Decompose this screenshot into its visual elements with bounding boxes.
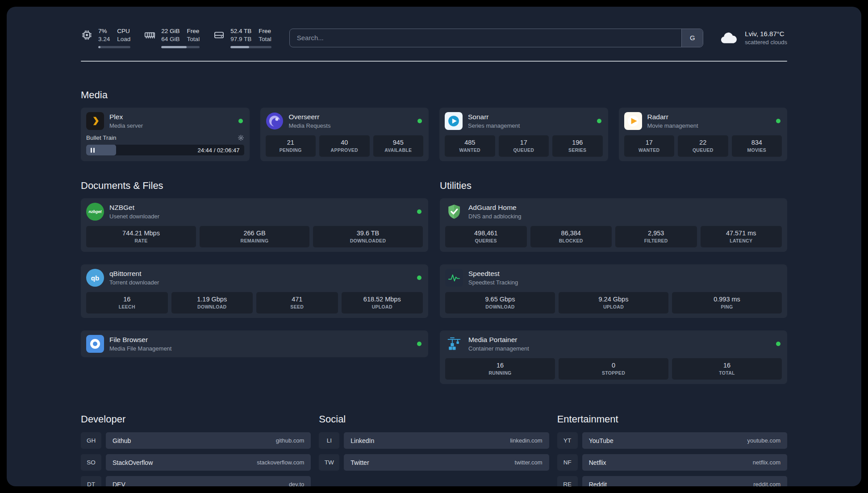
bookmark-stackoverflow[interactable]: SO StackOverflow stackoverflow.com <box>81 454 311 471</box>
portainer-icon <box>445 335 463 353</box>
stat-box: 16 RUNNING <box>445 358 555 380</box>
disk-total-value: 97.9 TB <box>230 35 251 43</box>
memory-icon <box>144 29 156 41</box>
stat-value: 945 <box>375 139 422 146</box>
stat-box: 1.19 Gbps DOWNLOAD <box>171 292 253 313</box>
stat-value: 16 <box>88 296 166 303</box>
cpu-usage-bar <box>98 46 130 48</box>
bookmark-name: StackOverflow <box>113 459 153 466</box>
stat-box: 834 MOVIES <box>732 135 782 157</box>
stat-label: WANTED <box>626 147 673 153</box>
topbar: 7% 3.24 CPU Load <box>81 27 787 48</box>
stat-box: 485 WANTED <box>445 135 495 157</box>
stat-label: LEECH <box>88 304 166 309</box>
stat-box: 22 QUEUED <box>678 135 728 157</box>
gear-icon[interactable] <box>238 134 244 141</box>
stat-value: 40 <box>321 139 368 146</box>
stat-box: 471 SEED <box>256 292 338 313</box>
bookmark-domain: github.com <box>276 437 305 444</box>
stat-box: 40 APPROVED <box>319 135 370 157</box>
stat-label: DOWNLOAD <box>447 304 553 309</box>
stat-value: 196 <box>554 139 601 146</box>
section-title-entertainment: Entertainment <box>557 414 787 425</box>
search-provider-button[interactable]: G <box>681 29 703 47</box>
bookmark-netflix[interactable]: NF Netflix netflix.com <box>557 454 787 471</box>
service-card-nzbget[interactable]: nzbget NZBGet Usenet downloader 744.21 M… <box>81 198 428 252</box>
stat-label: UPLOAD <box>560 304 667 309</box>
section-media: Media Plex Media server <box>81 89 787 161</box>
stat-label: MOVIES <box>734 147 780 153</box>
bookmark-linkedin[interactable]: LI LinkedIn linkedin.com <box>319 432 549 449</box>
stat-value: 39.6 TB <box>315 230 421 237</box>
stat-box: 17 QUEUED <box>499 135 549 157</box>
stat-box: 47.571 ms LATENCY <box>701 226 782 247</box>
stat-box: 9.24 Gbps UPLOAD <box>559 292 668 313</box>
stat-value: 0 <box>560 362 667 369</box>
section-title-media: Media <box>81 89 787 101</box>
bookmark-reddit[interactable]: RE Reddit reddit.com <box>557 476 787 486</box>
status-dot <box>417 276 421 280</box>
service-name: Speedtest <box>468 269 518 278</box>
service-card-filebrowser[interactable]: File Browser Media File Management <box>81 330 428 357</box>
service-name: Overseerr <box>289 113 331 121</box>
service-card-adguard[interactable]: AdGuard Home DNS and adblocking 498,461 … <box>440 198 787 252</box>
stat-label: QUEUED <box>680 147 726 153</box>
stat-label: DOWNLOAD <box>173 304 251 309</box>
status-dot <box>417 209 421 214</box>
stat-value: 22 <box>680 139 726 146</box>
stat-label: FILTERED <box>617 238 695 243</box>
section-title-utilities: Utilities <box>440 180 787 192</box>
stat-value: 9.24 Gbps <box>560 296 667 303</box>
service-card-radarr[interactable]: Radarr Movie management 17 WANTED 22 QUE… <box>619 108 788 161</box>
stat-box: 86,384 BLOCKED <box>530 226 612 247</box>
service-card-sonarr[interactable]: Sonarr Series management 485 WANTED 17 Q… <box>439 108 608 161</box>
service-subtitle: Media Requests <box>289 122 331 130</box>
status-dot <box>238 119 243 123</box>
service-card-qbittorrent[interactable]: qb qBittorrent Torrent downloader 16 <box>81 264 428 318</box>
bookmark-abbr: GH <box>81 432 101 449</box>
section-documents: Documents & Files nzbget NZBGet Usenet d… <box>81 180 428 357</box>
stat-value: 485 <box>447 139 493 146</box>
bookmark-abbr: SO <box>81 454 101 471</box>
disk-total-label: Total <box>259 35 271 43</box>
service-subtitle: Series management <box>468 122 520 130</box>
stat-box: 618.52 Mbps UPLOAD <box>342 292 423 313</box>
weather-location-temp: Lviv, 16.87°C <box>745 29 787 38</box>
bookmark-youtube[interactable]: YT YouTube youtube.com <box>557 432 787 449</box>
stat-box: 9.65 Gbps DOWNLOAD <box>445 292 555 313</box>
bookmark-abbr: DT <box>81 476 101 486</box>
service-card-overseerr[interactable]: Overseerr Media Requests 21 PENDING 40 A… <box>260 108 429 161</box>
cpu-widget: 7% 3.24 CPU Load <box>81 27 130 48</box>
stat-label: DOWNLOADED <box>315 238 421 243</box>
service-card-plex[interactable]: Plex Media server Bullet Train <box>81 108 250 161</box>
stat-label: RUNNING <box>447 370 553 376</box>
stat-box: 0.993 ms PING <box>672 292 782 313</box>
bookmark-domain: linkedin.com <box>510 437 542 444</box>
bookmark-domain: stackoverflow.com <box>257 459 304 466</box>
bookmark-github[interactable]: GH Github github.com <box>81 432 311 449</box>
stat-box: 0 STOPPED <box>559 358 668 380</box>
bookmark-name: Github <box>113 437 131 444</box>
stat-value: 9.65 Gbps <box>447 296 553 303</box>
bookmark-twitter[interactable]: TW Twitter twitter.com <box>319 454 549 471</box>
stat-label: PENDING <box>267 147 314 153</box>
status-dot <box>417 342 421 346</box>
service-name: Plex <box>109 113 143 121</box>
bookmark-dev[interactable]: DT DEV dev.to <box>81 476 311 486</box>
playback-progress-bar[interactable]: 24:44 / 02:06:47 <box>86 145 244 155</box>
service-name: qBittorrent <box>109 269 159 278</box>
search-input[interactable] <box>290 29 682 47</box>
search-bar: G <box>289 29 704 47</box>
service-card-speedtest[interactable]: Speedtest Speedtest Tracking 9.65 Gbps D… <box>440 264 787 318</box>
pause-icon[interactable] <box>91 148 95 153</box>
service-name: NZBGet <box>109 203 159 212</box>
service-name: Sonarr <box>468 113 520 121</box>
bookmark-domain: dev.to <box>289 481 304 486</box>
stat-value: 16 <box>447 362 553 369</box>
service-card-portainer[interactable]: Media Portainer Container management 16 … <box>440 330 787 384</box>
memory-usage-bar <box>161 46 200 48</box>
bookmark-name: DEV <box>113 481 125 486</box>
stat-value: 2,953 <box>617 230 695 237</box>
service-subtitle: Speedtest Tracking <box>468 279 518 286</box>
stat-label: WANTED <box>447 147 493 153</box>
